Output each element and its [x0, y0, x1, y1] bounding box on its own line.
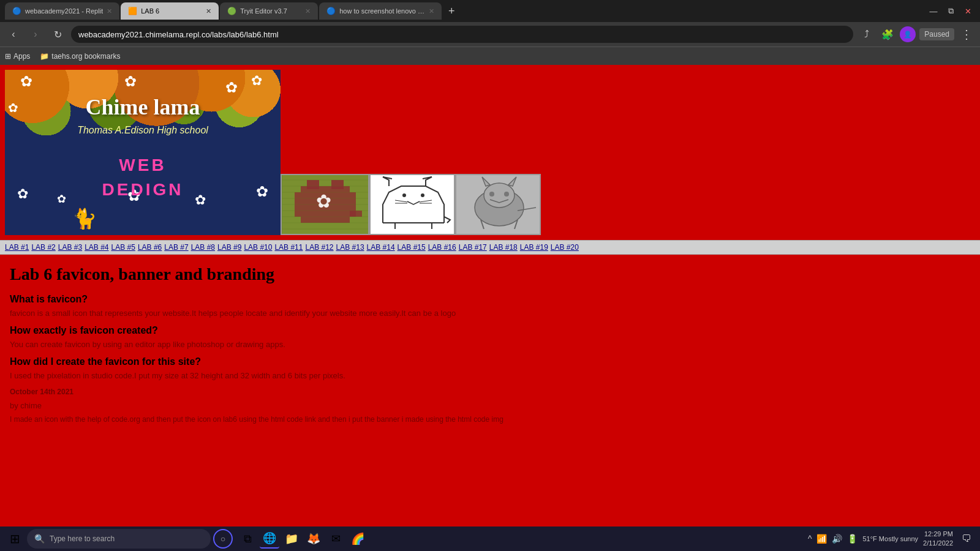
cat-sketch — [456, 174, 540, 235]
nav-lab9[interactable]: LAB #9 — [217, 243, 241, 252]
cat-images-row: ✿ — [281, 174, 541, 235]
tab-2-close[interactable]: ✕ — [206, 7, 211, 15]
svg-rect-4 — [307, 180, 319, 189]
main-content: Lab 6 favicon, banner and branding What … — [0, 255, 980, 433]
page-content: ✿ ✿ ✿ ✿ ✿ ✿ ✿ ✿ ✿ ✿ 🐈 Chime lama Thomas … — [0, 65, 980, 527]
paused-button[interactable]: Paused — [919, 28, 954, 40]
share-icon[interactable]: ⤴ — [858, 26, 875, 43]
flower-3: ✿ — [225, 79, 238, 96]
apps-icon: ⊞ — [5, 52, 11, 61]
new-tab-button[interactable]: + — [443, 2, 460, 20]
nav-lab20[interactable]: LAB #20 — [551, 243, 579, 252]
taskview-button[interactable]: ⧉ — [238, 529, 257, 549]
clock-time: 12:29 PM — [923, 530, 953, 539]
nav-lab7[interactable]: LAB #7 — [164, 243, 188, 252]
tab-1-close[interactable]: ✕ — [107, 7, 112, 15]
nav-lab17[interactable]: LAB #17 — [459, 243, 487, 252]
nav-lab19[interactable]: LAB #19 — [520, 243, 548, 252]
cat-silhouette: 🐈 — [72, 207, 97, 230]
svg-point-19 — [421, 193, 424, 197]
taskbar-search[interactable]: 🔍 Type here to search — [27, 529, 211, 549]
edge-button[interactable]: 🌐 — [260, 529, 279, 549]
back-button[interactable]: ‹ — [5, 26, 22, 43]
chrome-button[interactable]: 🌈 — [348, 529, 368, 549]
nav-lab16[interactable]: LAB #16 — [428, 243, 456, 252]
network-icon[interactable]: 📶 — [816, 534, 827, 544]
nav-lab3[interactable]: LAB #3 — [58, 243, 82, 252]
date-text: October 14th 2021 — [10, 388, 970, 396]
extensions-icon[interactable]: 🧩 — [879, 26, 896, 43]
tab-1-title: webacademy2021 - Replit — [25, 7, 103, 15]
cat-pixel-art: ✿ — [282, 174, 368, 235]
start-button[interactable]: ⊞ — [5, 529, 24, 549]
tab-4-icon: 🔵 — [326, 7, 336, 15]
profile-button[interactable]: 👤 — [900, 26, 916, 42]
bookmark-apps[interactable]: ⊞ Apps — [5, 52, 30, 61]
tab-3-title: Tryit Editor v3.7 — [240, 7, 287, 15]
volume-icon[interactable]: 🔊 — [832, 534, 842, 544]
bookmarks-bar: ⊞ Apps 📁 taehs.org bookmarks — [0, 47, 980, 65]
nav-lab8[interactable]: LAB #8 — [191, 243, 215, 252]
cortana-icon: ○ — [221, 534, 225, 544]
nav-lab11[interactable]: LAB #11 — [274, 243, 303, 252]
taskbar-clock[interactable]: 12:29 PM 2/11/2022 — [923, 530, 953, 549]
banner-design-label: DEDIGN — [5, 180, 281, 200]
bookmark-taehs[interactable]: 📁 taehs.org bookmarks — [40, 52, 120, 61]
clock-date: 2/11/2022 — [923, 539, 953, 548]
show-hidden-icons[interactable]: ^ — [808, 534, 812, 544]
flower-2: ✿ — [124, 73, 137, 90]
section-3-text: I used the pixelation in studio code.I p… — [10, 371, 970, 380]
svg-text:✿: ✿ — [316, 191, 331, 211]
nav-lab4[interactable]: LAB #4 — [85, 243, 108, 252]
window-controls: — ⧉ ✕ — [926, 4, 975, 18]
mail-button[interactable]: ✉ — [326, 529, 345, 549]
minimize-button[interactable]: — — [926, 4, 941, 18]
nav-lab6[interactable]: LAB #6 — [138, 243, 162, 252]
svg-point-18 — [402, 193, 406, 197]
explorer-button[interactable]: 📁 — [282, 529, 301, 549]
mail-icon: ✉ — [331, 532, 341, 545]
section-2-heading: How exactly is favicon created? — [10, 325, 970, 336]
tab-3-close[interactable]: ✕ — [305, 7, 311, 15]
profile-avatar: 👤 — [903, 31, 912, 39]
restore-button[interactable]: ⧉ — [943, 4, 958, 18]
tab-3[interactable]: 🟢 Tryit Editor v3.7 ✕ — [220, 2, 318, 20]
nav-lab2[interactable]: LAB #2 — [31, 243, 55, 252]
folder-icon: 📁 — [40, 52, 49, 61]
windows-logo-icon: ⊞ — [10, 531, 20, 546]
firefox-button[interactable]: 🦊 — [304, 529, 323, 549]
flower-1: ✿ — [20, 73, 32, 90]
nav-lab14[interactable]: LAB #14 — [367, 243, 395, 252]
cat-line-art-box — [369, 174, 455, 235]
taskbar-search-icon: 🔍 — [34, 534, 45, 544]
nav-lab5[interactable]: LAB #5 — [111, 243, 135, 252]
cortana-button[interactable]: ○ — [213, 529, 233, 549]
battery-icon[interactable]: 🔋 — [847, 534, 858, 544]
tab-4[interactable]: 🔵 how to screenshot lenovo - Goo... ✕ — [319, 2, 442, 20]
notification-button[interactable]: 🗨 — [958, 530, 975, 547]
nav-links: LAB #1 LAB #2 LAB #3 LAB #4 LAB #5 LAB #… — [0, 240, 980, 255]
svg-point-26 — [484, 183, 514, 208]
tab-1[interactable]: 🔵 webacademy2021 - Replit ✕ — [5, 2, 119, 20]
menu-icon[interactable]: ⋮ — [958, 26, 975, 43]
chrome-icon: 🌈 — [351, 532, 364, 545]
tab-1-icon: 🔵 — [12, 7, 21, 15]
nav-lab13[interactable]: LAB #13 — [336, 243, 364, 252]
tab-4-close[interactable]: ✕ — [429, 7, 434, 15]
nav-lab12[interactable]: LAB #12 — [305, 243, 333, 252]
taskbar: ⊞ 🔍 Type here to search ○ ⧉ 🌐 📁 🦊 ✉ 🌈 ^ … — [0, 527, 980, 551]
forward-button[interactable]: › — [27, 26, 44, 43]
address-input[interactable] — [71, 26, 853, 43]
author-text: by chime — [10, 401, 970, 410]
nav-lab10[interactable]: LAB #10 — [244, 243, 272, 252]
close-button[interactable]: ✕ — [960, 4, 975, 18]
nav-lab1[interactable]: LAB #1 — [5, 243, 29, 252]
svg-rect-6 — [350, 211, 362, 217]
nav-lab15[interactable]: LAB #15 — [398, 243, 426, 252]
tab-2-icon: 🟧 — [128, 7, 137, 15]
tab-4-title: how to screenshot lenovo - Goo... — [339, 7, 425, 15]
refresh-button[interactable]: ↻ — [49, 26, 66, 43]
tab-2[interactable]: 🟧 LAB 6 ✕ — [121, 2, 219, 20]
nav-lab18[interactable]: LAB #18 — [489, 243, 518, 252]
tab-2-title: LAB 6 — [141, 7, 159, 15]
